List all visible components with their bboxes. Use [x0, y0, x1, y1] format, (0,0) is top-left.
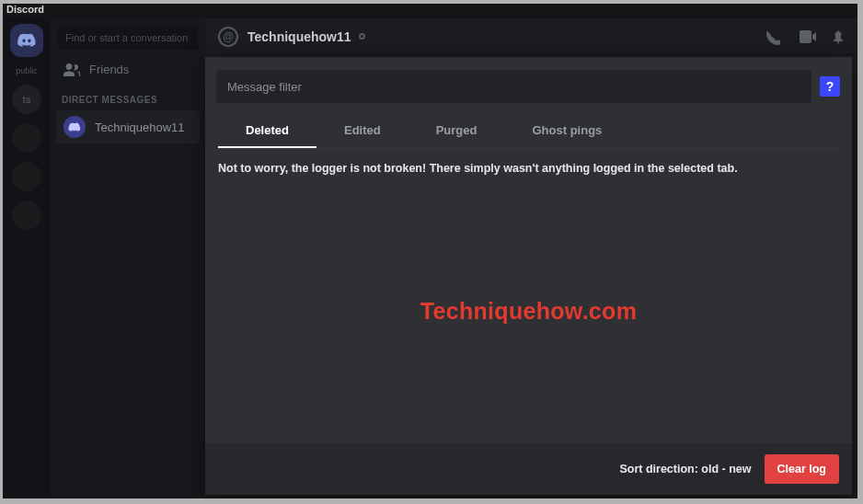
- channel-actions: [765, 30, 845, 43]
- app-window: Discord public ts Find or start a conver…: [3, 4, 857, 498]
- status-dot-icon: [359, 33, 365, 40]
- friends-button[interactable]: Friends: [51, 53, 205, 86]
- server-item-blank-3[interactable]: [12, 200, 41, 230]
- empty-state-message: Not to worry, the logger is not broken! …: [205, 149, 852, 188]
- channel-header: @ Techniquehow11: [205, 18, 857, 55]
- dm-item-techniquehow11[interactable]: Techniquehow11: [56, 110, 200, 143]
- friends-icon: [63, 63, 80, 76]
- help-button[interactable]: ?: [819, 70, 841, 103]
- modal-footer: Sort direction: old - new Clear log: [205, 443, 852, 495]
- filter-row: ?: [216, 70, 841, 103]
- dm-item-name: Techniquehow11: [95, 120, 185, 134]
- tab-purged[interactable]: Purged: [408, 116, 505, 148]
- dm-section-header: DIRECT MESSAGES: [51, 86, 205, 110]
- discord-home-button[interactable]: [10, 24, 43, 57]
- tab-ghost-pings[interactable]: Ghost pings: [505, 116, 630, 148]
- message-logger-modal: ? Deleted Edited Purged Ghost pings Not …: [205, 57, 852, 495]
- at-icon: @: [218, 27, 238, 47]
- sort-direction-text[interactable]: Sort direction: old - new: [619, 463, 751, 475]
- video-call-icon[interactable]: [799, 30, 815, 43]
- voice-call-icon[interactable]: [765, 30, 782, 43]
- friends-label: Friends: [89, 63, 129, 76]
- tab-deleted[interactable]: Deleted: [218, 116, 316, 148]
- clear-log-button[interactable]: Clear log: [765, 454, 840, 484]
- message-filter-input[interactable]: [216, 70, 811, 103]
- discord-logo-icon: [17, 33, 37, 48]
- help-icon: ?: [820, 76, 840, 97]
- window-title: Discord: [3, 4, 857, 15]
- dm-avatar-icon: [63, 116, 86, 138]
- logger-tabs: Deleted Edited Purged Ghost pings: [218, 116, 839, 149]
- server-item-ts[interactable]: ts: [12, 85, 41, 114]
- channel-name: Techniquehow11: [247, 29, 351, 44]
- server-label-public: public: [16, 66, 38, 75]
- watermark-text: Techniquehow.com: [420, 298, 637, 325]
- pin-icon[interactable]: [832, 30, 845, 43]
- server-list: public ts: [3, 18, 51, 498]
- server-item-blank-2[interactable]: [12, 162, 41, 191]
- conversation-search[interactable]: Find or start a conversation: [58, 26, 198, 50]
- dm-sidebar: Find or start a conversation Friends DIR…: [51, 18, 205, 498]
- tab-edited[interactable]: Edited: [316, 116, 408, 148]
- server-item-blank-1[interactable]: [12, 123, 41, 153]
